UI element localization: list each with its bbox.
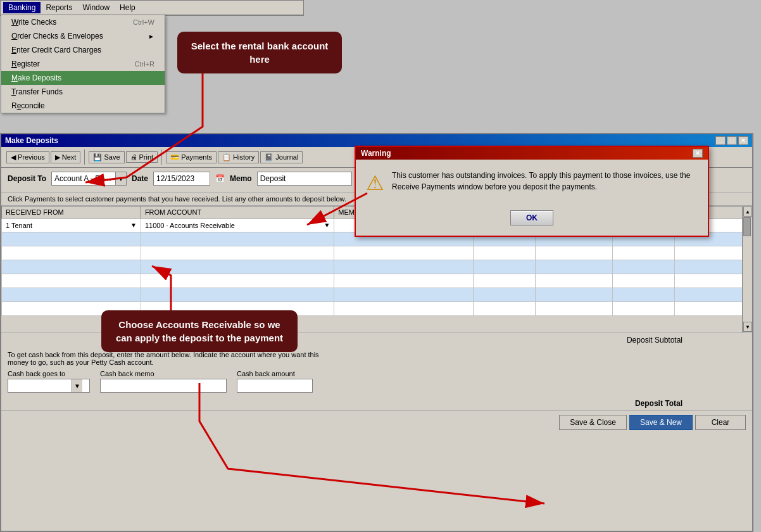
col-header-received-from: RECEIVED FROM <box>2 206 141 218</box>
clear-button[interactable]: Clear <box>695 415 746 430</box>
previous-label: Previous <box>18 153 45 161</box>
menu-banking[interactable]: Banking <box>3 2 41 13</box>
maximize-button[interactable]: □ <box>727 136 737 145</box>
save-label: Save <box>104 153 120 161</box>
deposit-subtotal-value <box>695 336 746 345</box>
warning-icon: ⚠ <box>366 171 384 195</box>
cash-back-area: To get cash back from this deposit, ente… <box>1 347 752 396</box>
save-new-button[interactable]: Save & New <box>629 415 693 430</box>
tooltip-rental-bank-text: Select the rental bank account here <box>191 41 329 65</box>
window-titlebar: Make Deposits _ □ ✕ <box>1 134 752 147</box>
save-icon: 💾 <box>93 153 102 162</box>
journal-icon: 📓 <box>265 153 274 162</box>
journal-button[interactable]: 📓 Journal <box>260 151 303 163</box>
minimize-button[interactable]: _ <box>715 136 726 145</box>
deposit-total-value <box>695 399 746 408</box>
cash-back-memo-group: Cash back memo <box>100 370 227 393</box>
previous-button[interactable]: ◀ Previous <box>6 151 49 163</box>
scroll-down-btn[interactable]: ▼ <box>743 322 752 332</box>
cash-back-row: Cash back goes to ▼ Cash back memo Cash … <box>8 370 746 393</box>
table-scrollbar[interactable]: ▲ ▼ <box>742 206 752 332</box>
tooltip-accounts-receivable-text: Choose Accounts Receivable so we can app… <box>116 319 283 343</box>
deposit-to-label: Deposit To <box>8 174 46 183</box>
menu-help[interactable]: Help <box>115 2 141 13</box>
deposit-total-label: Deposit Total <box>635 399 682 408</box>
menu-bar: Banking Reports Window Help <box>1 1 303 15</box>
menu-item-write-checks[interactable]: Write Checks Ctrl+W <box>1 15 165 29</box>
warning-body: ⚠ This customer has outstanding invoices… <box>356 160 708 205</box>
table-row <box>2 260 752 274</box>
memo-label: Memo <box>230 174 252 183</box>
deposit-total-row: Deposit Total <box>1 396 752 410</box>
cell-received-from[interactable]: 1 Tenant ▼ <box>2 218 141 232</box>
cash-back-amount-group: Cash back amount <box>237 370 313 393</box>
cash-back-goes-to-group: Cash back goes to ▼ <box>8 370 90 393</box>
save-button[interactable]: 💾 Save <box>89 151 124 163</box>
cash-back-memo-input[interactable] <box>100 379 227 393</box>
next-button[interactable]: ▶ Next <box>51 151 81 163</box>
cash-back-goes-to-label: Cash back goes to <box>8 370 90 377</box>
print-button[interactable]: 🖨 Print <box>126 151 158 163</box>
dropdown-arrow-account[interactable]: ▼ <box>324 222 330 229</box>
action-buttons: Save & Close Save & New Clear <box>1 410 752 434</box>
col-header-from-account: FROM ACCOUNT <box>141 206 334 218</box>
journal-label: Journal <box>275 153 298 161</box>
scroll-thumb[interactable] <box>743 217 751 236</box>
print-label: Print <box>139 153 154 161</box>
banking-dropdown: Write Checks Ctrl+W Order Checks & Envel… <box>1 15 165 113</box>
next-icon: ▶ <box>55 153 60 162</box>
menu-item-transfer-funds[interactable]: Transfer Funds <box>1 85 165 99</box>
menu-item-reconcile[interactable]: Reconcile <box>1 99 165 113</box>
cash-back-amount-label: Cash back amount <box>237 370 313 377</box>
menu-window[interactable]: Window <box>77 2 115 13</box>
previous-icon: ◀ <box>11 153 16 162</box>
close-button[interactable]: ✕ <box>738 136 748 145</box>
deposit-to-select[interactable]: Account A - Re... ▼ <box>51 172 127 186</box>
table-row <box>2 274 752 288</box>
history-button[interactable]: 📋 History <box>218 151 259 163</box>
cell-from-account[interactable]: 11000 · Accounts Receivable ▼ <box>141 218 334 232</box>
cash-back-goes-to-value <box>8 384 72 387</box>
deposit-subtotal-label: Deposit Subtotal <box>627 336 682 345</box>
menu-item-order-checks[interactable]: Order Checks & Envelopes ► <box>1 29 165 43</box>
ok-button[interactable]: OK <box>510 210 553 225</box>
cash-back-amount-input[interactable] <box>237 379 313 393</box>
warning-footer: OK <box>356 205 708 236</box>
warning-message: This customer has outstanding invoices. … <box>392 170 698 193</box>
menu-item-make-deposits[interactable]: Make Deposits <box>1 71 165 85</box>
menu-item-register[interactable]: Register Ctrl+R <box>1 57 165 71</box>
warning-titlebar: Warning ✕ <box>356 147 708 160</box>
dropdown-arrow-received[interactable]: ▼ <box>130 222 137 229</box>
date-label: Date <box>132 174 148 183</box>
separator-2 <box>161 149 162 165</box>
payments-button[interactable]: 💳 Payments <box>166 151 217 163</box>
history-icon: 📋 <box>222 153 231 162</box>
warning-dialog: Warning ✕ ⚠ This customer has outstandin… <box>355 146 709 237</box>
save-close-button[interactable]: Save & Close <box>559 415 627 430</box>
menu-reports[interactable]: Reports <box>41 2 77 13</box>
history-label: History <box>233 153 255 161</box>
scroll-up-btn[interactable]: ▲ <box>743 206 752 217</box>
cash-back-goes-to-select[interactable]: ▼ <box>8 379 90 393</box>
separator-1 <box>84 149 85 165</box>
deposit-to-value: Account A - Re... <box>52 173 115 184</box>
cash-back-memo-label: Cash back memo <box>100 370 227 377</box>
cash-back-intro: To get cash back from this deposit, ente… <box>8 351 324 366</box>
menu-item-enter-credit[interactable]: Enter Credit Card Charges <box>1 43 165 57</box>
table-row <box>2 288 752 302</box>
banking-menu-window: Banking Reports Window Help Write Checks… <box>0 0 304 16</box>
payments-icon: 💳 <box>170 153 179 162</box>
print-icon: 🖨 <box>130 153 137 161</box>
table-row <box>2 246 752 260</box>
next-label: Next <box>62 153 77 161</box>
warning-title: Warning <box>361 149 391 158</box>
window-title: Make Deposits <box>5 136 58 145</box>
warning-close-button[interactable]: ✕ <box>693 149 703 158</box>
date-input[interactable] <box>153 172 210 186</box>
calendar-icon[interactable]: 📅 <box>215 174 225 183</box>
payments-label: Payments <box>181 153 212 161</box>
cash-back-goes-to-arrow[interactable]: ▼ <box>72 379 82 392</box>
deposit-to-arrow[interactable]: ▼ <box>115 172 126 185</box>
memo-input[interactable] <box>257 172 352 186</box>
titlebar-controls: _ □ ✕ <box>715 136 748 145</box>
